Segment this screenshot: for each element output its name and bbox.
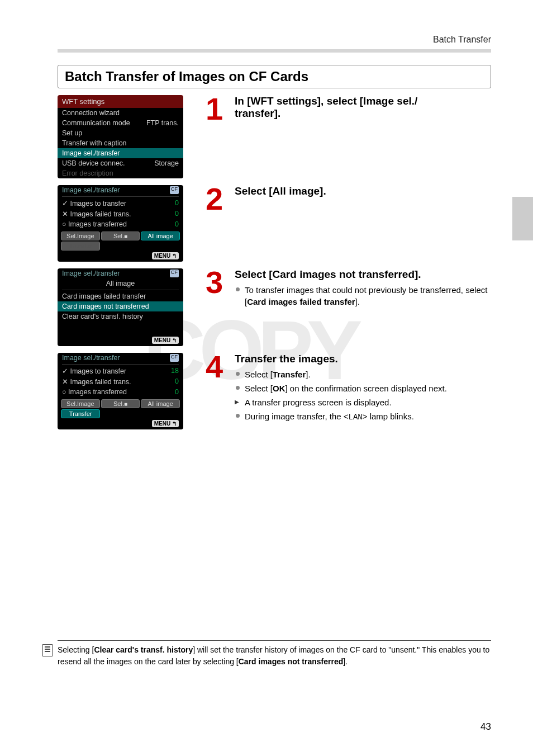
ss2-row: ○ Images transferred0 <box>58 219 183 229</box>
screenshot-image-sel-transfer: Image sel./transferCF ✓ Images to transf… <box>58 185 183 262</box>
breadcrumb: Batch Transfer <box>433 35 491 45</box>
ss4-title: Image sel./transferCF <box>58 353 183 363</box>
ss1-row: Transfer with caption <box>58 138 183 148</box>
step-number-3: 3 <box>206 268 228 346</box>
menu-back-icon: MENU ↰ <box>152 420 179 427</box>
ss3-subtitle: All image <box>58 278 183 289</box>
step3-bullet: To transfer images that could not previo… <box>235 284 491 308</box>
section-title-box: Batch Transfer of Images on CF Cards <box>58 65 491 88</box>
ss3-row-selected: Card images not transferred <box>58 301 183 311</box>
ss3-row: Clear card's transf. history <box>58 311 183 322</box>
step-number-4: 4 <box>206 353 228 429</box>
sel-image-button: Sel.Image <box>61 231 100 240</box>
step4-bullet: During image transfer, the <LAN> lamp bl… <box>235 410 491 423</box>
ss4-row: ○ Images transferred0 <box>58 387 183 397</box>
transfer-button: Transfer <box>61 409 100 418</box>
all-image-button: All image <box>141 399 180 408</box>
header-divider <box>58 49 491 53</box>
cf-card-icon: CF <box>170 354 179 362</box>
step4-result: A transfer progress screen is displayed. <box>235 396 491 408</box>
menu-back-icon: MENU ↰ <box>152 252 179 259</box>
side-tab <box>512 197 533 240</box>
ss2-row: ✕ Images failed trans.0 <box>58 209 183 219</box>
step-number-1: 1 <box>206 95 228 178</box>
ss1-row: Connection wizard <box>58 108 183 118</box>
ss4-row: ✕ Images failed trans.0 <box>58 376 183 387</box>
main-content: WFT settings Connection wizard Communica… <box>58 95 491 436</box>
ss2-title: Image sel./transferCF <box>58 185 183 195</box>
transfer-button-disabled: Transfer <box>61 242 100 251</box>
note-icon <box>42 644 53 656</box>
ss3-title: Image sel./transferCF <box>58 268 183 278</box>
ss2-row: ✓ Images to transfer0 <box>58 198 183 209</box>
ss1-row-selected: Image sel./transfer <box>58 148 183 158</box>
ss1-row: USB device connec.Storage <box>58 158 183 168</box>
menu-back-icon: MENU ↰ <box>152 337 179 344</box>
folder-icon: ■ <box>124 233 127 239</box>
step4-bullet: Select [OK] on the confirmation screen d… <box>235 382 491 394</box>
cf-card-icon: CF <box>170 270 179 277</box>
sel-image-button: Sel.Image <box>61 399 100 408</box>
footnote: Selecting [Clear card's transf. history]… <box>58 640 491 668</box>
step3-title: Select [Card images not transferred]. <box>235 268 491 281</box>
step-number-2: 2 <box>206 185 228 262</box>
ss4-row: ✓ Images to transfer18 <box>58 366 183 376</box>
screenshot-wft-settings: WFT settings Connection wizard Communica… <box>58 95 183 178</box>
cf-card-icon: CF <box>170 186 179 194</box>
step2-title: Select [All image]. <box>235 185 491 197</box>
screenshot-all-image: Image sel./transferCF All image Card ima… <box>58 268 183 346</box>
ss1-row-disabled: Error description <box>58 168 183 178</box>
sel-folder-button: Sel.■ <box>101 399 140 408</box>
ss1-row: Set up <box>58 128 183 138</box>
screenshot-transfer: Image sel./transferCF ✓ Images to transf… <box>58 353 183 429</box>
sel-folder-button: Sel.■ <box>101 231 140 240</box>
step4-title: Transfer the images. <box>235 353 491 365</box>
ss1-title: WFT settings <box>58 95 183 108</box>
page-number: 43 <box>480 721 491 733</box>
ss1-row: Communication modeFTP trans. <box>58 118 183 128</box>
step4-bullet: Select [Transfer]. <box>235 368 491 380</box>
ss3-row: Card images failed transfer <box>58 291 183 301</box>
all-image-button: All image <box>141 231 180 240</box>
section-title: Batch Transfer of Images on CF Cards <box>65 69 484 84</box>
folder-icon: ■ <box>124 401 127 407</box>
step1-title: In [WFT settings], select [Image sel./tr… <box>235 95 491 120</box>
